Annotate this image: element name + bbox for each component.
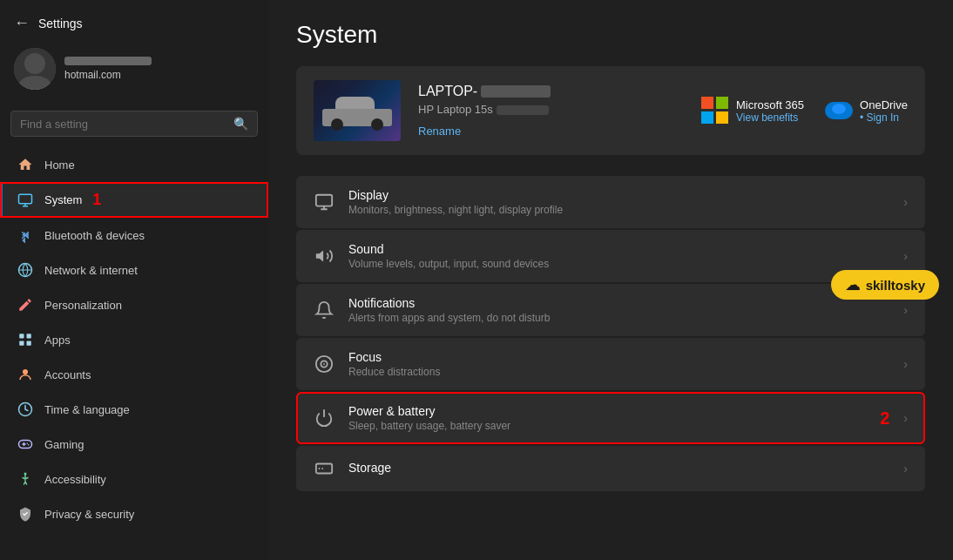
power-badge: 2 xyxy=(880,408,889,428)
sidebar-item-network[interactable]: Network & internet xyxy=(0,253,268,287)
microsoft365-name: Microsoft 365 xyxy=(736,98,804,111)
user-info: hotmail.com xyxy=(64,57,152,81)
settings-list: Display Monitors, brightness, night ligh… xyxy=(296,176,925,491)
sidebar-item-apps[interactable]: Apps xyxy=(0,322,268,357)
notifications-arrow: › xyxy=(903,303,908,317)
onedrive-info: OneDrive • Sign In xyxy=(860,98,908,124)
settings-item-storage[interactable]: Storage › xyxy=(296,446,925,491)
user-section: hotmail.com xyxy=(0,39,268,104)
user-name-redacted xyxy=(64,57,152,65)
svg-rect-8 xyxy=(27,341,31,346)
search-icon: 🔍 xyxy=(233,117,248,131)
power-desc: Sleep, battery usage, battery saver xyxy=(348,420,859,432)
sound-icon xyxy=(314,246,335,267)
device-card: LAPTOP- HP Laptop 15s Rename Microsoft 3… xyxy=(296,66,925,155)
sidebar-item-gaming-label: Gaming xyxy=(44,438,84,451)
sidebar: ← Settings hotmail.com 🔍 xyxy=(0,0,268,560)
sidebar-item-gaming[interactable]: Gaming xyxy=(0,427,268,462)
avatar[interactable] xyxy=(14,48,56,90)
accounts-icon xyxy=(17,366,34,383)
notifications-desc: Alerts from apps and system, do not dist… xyxy=(348,312,889,324)
gaming-icon xyxy=(17,435,34,453)
svg-point-18 xyxy=(832,104,846,114)
notifications-icon xyxy=(314,300,335,320)
storage-title: Storage xyxy=(348,461,889,475)
sidebar-item-bluetooth[interactable]: Bluetooth & devices xyxy=(0,218,268,253)
device-name-prefix: LAPTOP- xyxy=(418,84,477,98)
device-name: LAPTOP- xyxy=(418,84,684,99)
onedrive-action[interactable]: • Sign In xyxy=(860,111,908,124)
rename-button[interactable]: Rename xyxy=(418,125,461,138)
svg-point-13 xyxy=(28,444,30,446)
privacy-icon xyxy=(17,505,34,523)
accessibility-icon xyxy=(17,470,34,488)
microsoft365-info: Microsoft 365 View benefits xyxy=(736,98,804,124)
sidebar-item-time-label: Time & language xyxy=(44,403,130,416)
focus-title: Focus xyxy=(348,350,889,364)
settings-item-focus[interactable]: Focus Reduce distractions › xyxy=(296,338,925,390)
time-icon xyxy=(17,401,34,418)
main-content: System LAPTOP- HP Laptop 15s Rename xyxy=(268,0,953,560)
system-badge: 1 xyxy=(92,191,101,209)
sidebar-item-accessibility[interactable]: Accessibility xyxy=(0,462,268,496)
app-title: Settings xyxy=(38,17,83,30)
display-title: Display xyxy=(348,188,889,202)
svg-rect-19 xyxy=(316,195,332,206)
sidebar-item-network-label: Network & internet xyxy=(44,264,138,277)
microsoft365-icon xyxy=(701,97,729,125)
sidebar-item-privacy-label: Privacy & security xyxy=(44,508,134,521)
svg-rect-5 xyxy=(19,334,24,338)
microsoft365-app: Microsoft 365 View benefits xyxy=(701,97,804,125)
sidebar-item-system[interactable]: System 1 xyxy=(0,182,268,218)
svg-rect-3 xyxy=(19,194,32,204)
sidebar-item-home[interactable]: Home xyxy=(0,147,268,182)
power-title: Power & battery xyxy=(348,404,859,418)
power-text: Power & battery Sleep, battery usage, ba… xyxy=(348,404,859,432)
settings-item-notifications[interactable]: Notifications Alerts from apps and syste… xyxy=(296,284,925,336)
power-arrow: › xyxy=(903,411,908,425)
display-text: Display Monitors, brightness, night ligh… xyxy=(348,188,889,216)
device-name-redacted xyxy=(481,85,551,98)
user-email: hotmail.com xyxy=(64,69,152,81)
sidebar-item-home-label: Home xyxy=(44,159,75,172)
device-model-prefix: HP Laptop 15s xyxy=(418,103,493,116)
settings-item-display[interactable]: Display Monitors, brightness, night ligh… xyxy=(296,176,925,228)
sidebar-item-accounts[interactable]: Accounts xyxy=(0,357,268,392)
device-apps: Microsoft 365 View benefits OneDrive • xyxy=(701,97,908,125)
skilltosky-watermark: ☁ skilltosky xyxy=(831,270,939,300)
svg-rect-2 xyxy=(14,48,56,90)
search-box[interactable]: 🔍 xyxy=(10,111,258,137)
sidebar-item-time[interactable]: Time & language xyxy=(0,392,268,427)
page-title: System xyxy=(296,21,925,49)
sidebar-item-privacy[interactable]: Privacy & security xyxy=(0,496,268,531)
device-model: HP Laptop 15s xyxy=(418,103,684,116)
settings-item-sound[interactable]: Sound Volume levels, output, input, soun… xyxy=(296,230,925,282)
sound-title: Sound xyxy=(348,242,889,256)
focus-arrow: › xyxy=(903,357,908,371)
notifications-text: Notifications Alerts from apps and syste… xyxy=(348,296,889,324)
svg-point-9 xyxy=(23,369,28,374)
sidebar-nav: Home System 1 Bluetooth & devices xyxy=(0,147,268,531)
back-button[interactable]: ← xyxy=(14,14,30,32)
search-input[interactable] xyxy=(20,118,226,131)
svg-point-23 xyxy=(323,363,325,365)
home-icon xyxy=(17,156,34,173)
sound-text: Sound Volume levels, output, input, soun… xyxy=(348,242,889,270)
sidebar-header: ← Settings xyxy=(0,0,268,39)
onedrive-app: OneDrive • Sign In xyxy=(825,97,908,125)
sidebar-item-personalization-label: Personalization xyxy=(44,299,122,312)
display-desc: Monitors, brightness, night light, displ… xyxy=(348,204,889,216)
car-graphic xyxy=(322,96,392,126)
sidebar-item-accessibility-label: Accessibility xyxy=(44,473,106,486)
settings-item-power[interactable]: Power & battery Sleep, battery usage, ba… xyxy=(296,392,925,444)
apps-icon xyxy=(17,331,34,348)
device-info: LAPTOP- HP Laptop 15s Rename xyxy=(418,84,684,138)
storage-text: Storage xyxy=(348,461,889,476)
sidebar-item-personalization[interactable]: Personalization xyxy=(0,287,268,322)
sidebar-item-bluetooth-label: Bluetooth & devices xyxy=(44,229,145,242)
device-model-redacted xyxy=(497,105,549,115)
watermark-text: skilltosky xyxy=(866,278,925,293)
svg-point-12 xyxy=(27,443,29,445)
microsoft365-action[interactable]: View benefits xyxy=(736,111,804,124)
sidebar-item-apps-label: Apps xyxy=(44,334,71,347)
